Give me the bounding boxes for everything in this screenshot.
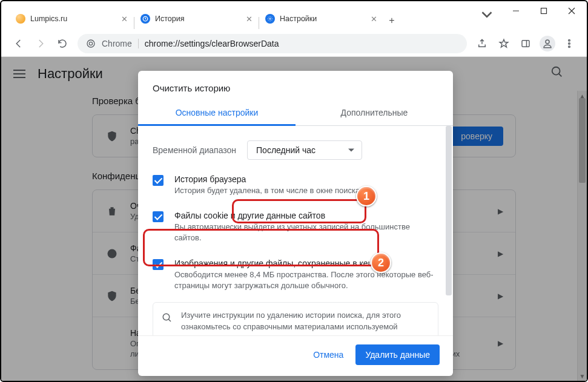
back-button[interactable] (8, 33, 29, 54)
tab-close-icon[interactable]: ✕ (121, 15, 128, 24)
dialog-tablist: Основные настройки Дополнительные (138, 100, 453, 126)
url-text: chrome://settings/clearBrowserData (145, 39, 279, 48)
tab-basic[interactable]: Основные настройки (138, 100, 296, 125)
tab-title: Настройки (280, 15, 317, 23)
tab-close-icon[interactable]: ✕ (371, 15, 377, 24)
close-window-button[interactable] (558, 2, 586, 19)
svg-rect-8 (522, 40, 529, 47)
minimize-button[interactable] (502, 2, 530, 19)
reload-button[interactable] (52, 33, 73, 54)
svg-point-11 (569, 39, 570, 41)
svg-rect-1 (541, 8, 547, 14)
cancel-button[interactable]: Отмена (305, 344, 352, 365)
delete-data-button[interactable]: Удалить данные (355, 344, 440, 365)
dialog-scrollbar[interactable] (444, 126, 453, 335)
time-range-select[interactable]: Последний час (247, 140, 362, 160)
profile-button[interactable] (537, 33, 558, 54)
svg-line-18 (168, 319, 171, 321)
side-panel-button[interactable] (515, 33, 536, 54)
svg-point-13 (569, 45, 570, 47)
window-controls (502, 2, 586, 19)
history-favicon-icon (140, 14, 150, 24)
forward-button[interactable] (30, 33, 51, 54)
time-range-value: Последний час (256, 145, 315, 155)
new-tab-button[interactable]: + (383, 12, 400, 29)
svg-point-17 (163, 314, 170, 320)
chrome-icon (86, 39, 96, 48)
annotation-badge-1: 1 (356, 186, 377, 206)
svg-point-12 (569, 42, 570, 44)
tab-history[interactable]: История ✕ (134, 8, 259, 29)
checkbox-cache[interactable] (153, 259, 164, 270)
search-history-tip[interactable]: Изучите инструкции по удалению истории п… (153, 302, 438, 335)
svg-point-6 (87, 40, 94, 47)
tab-settings[interactable]: Настройки ✕ (259, 8, 383, 29)
checkbox-browsing-history[interactable] (153, 175, 164, 186)
search-icon (162, 312, 173, 323)
window-chevron[interactable] (478, 6, 496, 23)
dialog-body: Временной диапазон Последний час История… (138, 126, 453, 335)
address-bar[interactable]: Chrome chrome://settings/clearBrowserDat… (78, 34, 467, 53)
tab-title: История (155, 15, 184, 23)
settings-favicon-icon (265, 14, 275, 24)
menu-button[interactable] (559, 33, 580, 54)
checkbox-cookies[interactable] (153, 211, 164, 222)
maximize-button[interactable] (530, 2, 558, 19)
tab-lumpics[interactable]: Lumpics.ru ✕ (10, 8, 134, 29)
lumpics-favicon-icon (16, 14, 25, 24)
tab-title: Lumpics.ru (30, 15, 67, 23)
toolbar: Chrome chrome://settings/clearBrowserDat… (1, 30, 587, 57)
url-prefix: Chrome (102, 39, 132, 48)
tab-close-icon[interactable]: ✕ (246, 15, 253, 24)
check-cookies[interactable]: Файлы cookie и другие данные сайтов Вы а… (138, 203, 453, 251)
share-button[interactable] (472, 33, 492, 54)
time-range-label: Временной диапазон (153, 145, 236, 155)
svg-point-10 (546, 40, 549, 44)
check-cached-images[interactable]: Изображения и другие файлы, сохраненные … (138, 251, 453, 298)
clear-history-dialog: Очистить историю Основные настройки Допо… (138, 71, 453, 376)
bookmark-button[interactable] (494, 33, 514, 54)
svg-point-7 (89, 42, 92, 45)
dialog-title: Очистить историю (138, 71, 453, 100)
check-browsing-history[interactable]: История браузера История будет удалена, … (138, 167, 453, 203)
svg-point-5 (269, 18, 271, 20)
annotation-badge-2: 2 (371, 252, 391, 273)
tab-advanced[interactable]: Дополнительные (296, 100, 453, 125)
tab-strip: Lumpics.ru ✕ История ✕ Настройки ✕ + (10, 7, 400, 29)
